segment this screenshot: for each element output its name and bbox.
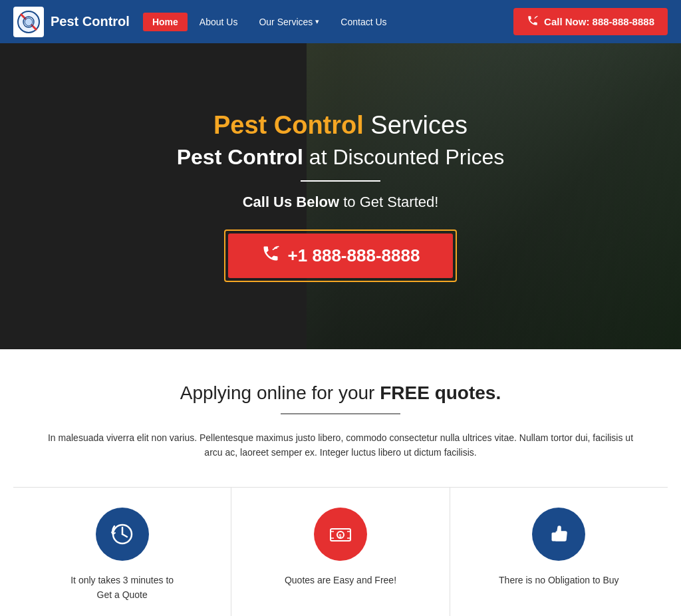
hero-cta-wrapper: +1 888-888-8888 — [224, 230, 458, 282]
features-row: It only takes 3 minutes toGet a Quote $ … — [13, 487, 668, 616]
quotes-section: Applying online for your FREE quotes. In… — [0, 349, 681, 616]
feature-item-3: There is no Obligation to Buy — [450, 488, 668, 616]
quotes-heading-bold: FREE quotes. — [380, 383, 501, 403]
feature-item-1: It only takes 3 minutes toGet a Quote — [13, 488, 231, 616]
call-now-label: Call Now: 888-888-8888 — [544, 16, 654, 27]
hero-subtitle-rest: to Get Started! — [339, 194, 438, 210]
nav-home[interactable]: Home — [143, 13, 188, 31]
feature-label-2: Quotes are Easy and Free! — [245, 573, 436, 587]
hero-subtitle-bold: Call Us Below — [243, 194, 339, 210]
feature-icon-1 — [96, 508, 149, 561]
call-now-button[interactable]: Call Now: 888-888-8888 — [513, 8, 668, 35]
quotes-heading: Applying online for your FREE quotes. — [13, 383, 668, 404]
hero-title-2-rest: at Discounted Prices — [303, 145, 504, 169]
hero-title-1: Pest Control Services — [177, 111, 505, 140]
feature-label-1: It only takes 3 minutes toGet a Quote — [27, 573, 217, 603]
hero-subtitle: Call Us Below to Get Started! — [177, 194, 505, 211]
logo-area: Pest Control — [13, 7, 130, 37]
section-divider — [281, 413, 400, 414]
phone-icon — [527, 15, 539, 29]
header: Pest Control Home About Us Our Services … — [0, 0, 681, 43]
feature-label-3: There is no Obligation to Buy — [464, 573, 654, 587]
nav-about[interactable]: About Us — [190, 13, 247, 31]
svg-line-5 — [122, 534, 127, 537]
feature-icon-3 — [532, 508, 585, 561]
hero-content: Pest Control Services Pest Control at Di… — [164, 111, 518, 282]
hero-divider — [301, 180, 380, 182]
hero-title-2: Pest Control at Discounted Prices — [177, 145, 505, 170]
hero-title-2-bold: Pest Control — [177, 145, 303, 169]
hero-section: Pest Control Services Pest Control at Di… — [0, 43, 681, 349]
phone-icon-hero — [261, 244, 280, 267]
logo-icon — [13, 7, 44, 37]
hero-title-1-rest: Services — [364, 111, 468, 139]
section-body-text: In malesuada viverra elit non varius. Pe… — [41, 430, 640, 460]
logo-text: Pest Control — [51, 14, 130, 29]
quotes-heading-normal: Applying online for your — [180, 383, 380, 403]
chevron-icon: ▾ — [315, 17, 319, 26]
feature-item-2: $ Quotes are Easy and Free! — [231, 488, 450, 616]
hero-title-1-highlight: Pest Control — [213, 111, 364, 139]
nav-services[interactable]: Our Services ▾ — [249, 13, 329, 31]
svg-text:$: $ — [339, 534, 341, 539]
svg-rect-13 — [552, 533, 556, 541]
main-nav: Home About Us Our Services ▾ Contact Us — [143, 13, 513, 31]
hero-cta-button[interactable]: +1 888-888-8888 — [228, 233, 454, 278]
hero-cta-number: +1 888-888-8888 — [288, 245, 420, 266]
feature-icon-2: $ — [314, 508, 367, 561]
nav-contact[interactable]: Contact Us — [331, 13, 396, 31]
